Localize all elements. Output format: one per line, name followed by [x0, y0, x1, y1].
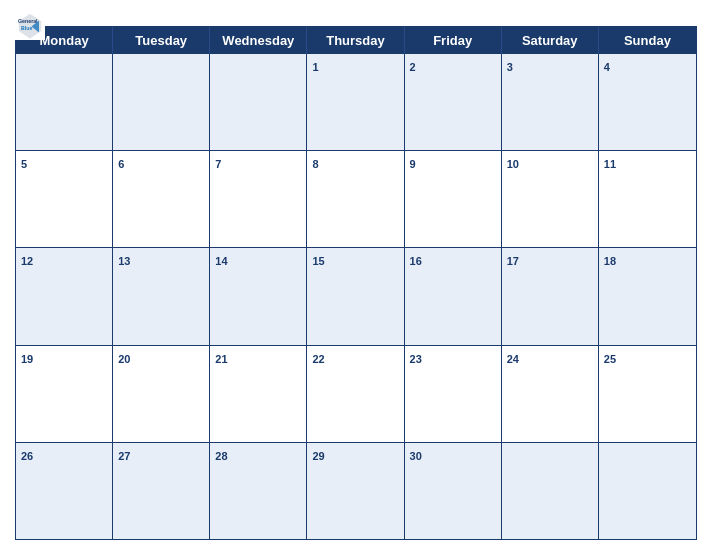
day-cell: 8 — [307, 151, 404, 247]
day-number: 26 — [21, 450, 33, 462]
day-number: 14 — [215, 255, 227, 267]
day-number: 8 — [312, 158, 318, 170]
day-cell: 4 — [599, 54, 696, 150]
logo-icon: General Blue — [15, 10, 45, 40]
day-number: 30 — [410, 450, 422, 462]
day-number: 9 — [410, 158, 416, 170]
day-number: 22 — [312, 353, 324, 365]
day-cell — [16, 54, 113, 150]
day-cell — [502, 443, 599, 539]
week-row-5: 2627282930 — [16, 442, 696, 539]
weeks-container: 1234567891011121314151617181920212223242… — [16, 54, 696, 539]
day-number: 28 — [215, 450, 227, 462]
day-header-friday: Friday — [405, 27, 502, 54]
day-cell: 14 — [210, 248, 307, 344]
day-number: 1 — [312, 61, 318, 73]
day-number: 25 — [604, 353, 616, 365]
day-number: 18 — [604, 255, 616, 267]
day-cell: 25 — [599, 346, 696, 442]
day-cell: 13 — [113, 248, 210, 344]
day-number: 23 — [410, 353, 422, 365]
day-cell: 18 — [599, 248, 696, 344]
day-cell — [599, 443, 696, 539]
day-number: 5 — [21, 158, 27, 170]
day-number: 27 — [118, 450, 130, 462]
day-number: 19 — [21, 353, 33, 365]
day-number: 10 — [507, 158, 519, 170]
day-cell: 12 — [16, 248, 113, 344]
day-number: 13 — [118, 255, 130, 267]
day-cell: 27 — [113, 443, 210, 539]
day-number: 29 — [312, 450, 324, 462]
week-row-1: 1234 — [16, 54, 696, 150]
day-cell: 28 — [210, 443, 307, 539]
day-cell: 22 — [307, 346, 404, 442]
day-number: 4 — [604, 61, 610, 73]
day-cell: 26 — [16, 443, 113, 539]
day-cell: 10 — [502, 151, 599, 247]
day-cell: 21 — [210, 346, 307, 442]
day-cell: 3 — [502, 54, 599, 150]
day-cell: 19 — [16, 346, 113, 442]
day-number: 15 — [312, 255, 324, 267]
day-number: 17 — [507, 255, 519, 267]
day-cell: 30 — [405, 443, 502, 539]
day-cell: 5 — [16, 151, 113, 247]
day-cell: 15 — [307, 248, 404, 344]
day-cell: 1 — [307, 54, 404, 150]
day-number: 7 — [215, 158, 221, 170]
day-cell: 2 — [405, 54, 502, 150]
day-header-thursday: Thursday — [307, 27, 404, 54]
day-cell: 16 — [405, 248, 502, 344]
day-number: 20 — [118, 353, 130, 365]
week-row-3: 12131415161718 — [16, 247, 696, 344]
day-header-saturday: Saturday — [502, 27, 599, 54]
week-row-2: 567891011 — [16, 150, 696, 247]
day-number: 24 — [507, 353, 519, 365]
day-number: 2 — [410, 61, 416, 73]
day-cell: 6 — [113, 151, 210, 247]
svg-text:Blue: Blue — [21, 25, 32, 31]
calendar-grid: MondayTuesdayWednesdayThursdayFridaySatu… — [15, 26, 697, 540]
day-cell: 20 — [113, 346, 210, 442]
calendar-container: General Blue MondayTuesdayWednesdayThurs… — [0, 0, 712, 550]
day-cell: 23 — [405, 346, 502, 442]
day-cell — [210, 54, 307, 150]
day-number: 11 — [604, 158, 616, 170]
day-cell: 11 — [599, 151, 696, 247]
day-number: 16 — [410, 255, 422, 267]
day-cell: 24 — [502, 346, 599, 442]
day-cell: 17 — [502, 248, 599, 344]
week-row-4: 19202122232425 — [16, 345, 696, 442]
svg-text:General: General — [18, 18, 38, 24]
day-number: 21 — [215, 353, 227, 365]
day-cell: 9 — [405, 151, 502, 247]
day-header-tuesday: Tuesday — [113, 27, 210, 54]
day-cell: 7 — [210, 151, 307, 247]
day-header-sunday: Sunday — [599, 27, 696, 54]
day-headers: MondayTuesdayWednesdayThursdayFridaySatu… — [16, 27, 696, 54]
day-cell: 29 — [307, 443, 404, 539]
logo: General Blue — [15, 10, 45, 40]
day-header-wednesday: Wednesday — [210, 27, 307, 54]
calendar-header: General Blue — [15, 10, 697, 18]
day-cell — [113, 54, 210, 150]
day-number: 6 — [118, 158, 124, 170]
day-number: 3 — [507, 61, 513, 73]
day-number: 12 — [21, 255, 33, 267]
